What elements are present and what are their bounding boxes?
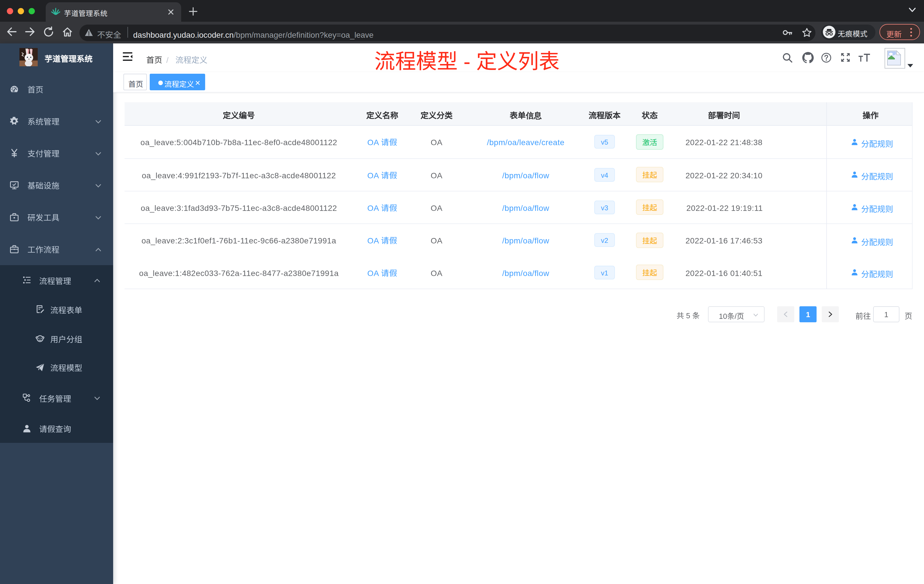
cell-definition-id: oa_leave:2:3c1f0ef1-76b1-11ec-9c66-a2380… (142, 234, 336, 246)
url-text[interactable]: dashboard.yudao.iocoder.cn/bpm/manager/d… (133, 28, 373, 40)
form-doc-icon (35, 305, 45, 314)
sidebar-item-task-management[interactable]: 任务管理 (0, 383, 113, 412)
sidebar-item-label: 流程模型 (50, 362, 82, 373)
new-tab-button[interactable] (188, 6, 198, 16)
col-header-definition-category: 定义分类 (421, 109, 452, 120)
security-label[interactable]: 不安全 (97, 28, 121, 40)
pagination-page-1[interactable]: 1 (799, 306, 817, 322)
window-minimize-button[interactable] (18, 8, 24, 14)
dashboard-icon (10, 84, 19, 93)
cell-form-link[interactable]: /bpm/oa/flow (502, 202, 549, 213)
sidebar-item-process-form[interactable]: 流程表单 (0, 294, 113, 324)
cell-definition-name-link[interactable]: OA 请假 (367, 234, 397, 246)
cell-deploy-time: 2022-01-16 17:46:53 (685, 234, 762, 246)
gear-icon (10, 116, 19, 125)
reload-icon[interactable] (43, 26, 54, 38)
sidebar-logo[interactable]: 芋道管理系统 (0, 43, 113, 72)
breadcrumb-separator: / (166, 53, 168, 65)
assign-rule-button[interactable]: 分配规则 (851, 137, 905, 147)
forward-icon[interactable] (25, 26, 35, 37)
sidebar-item-label: 流程管理 (39, 275, 71, 286)
sidebar-item-workflow[interactable]: 工作流程 (0, 233, 113, 265)
col-header-status: 状态 (642, 109, 658, 120)
assign-user-icon (851, 204, 858, 211)
assign-rule-button[interactable]: 分配规则 (851, 203, 905, 212)
chevron-up-icon (94, 277, 101, 284)
assign-rule-button[interactable]: 分配规则 (851, 170, 905, 180)
sidebar-item-system[interactable]: 系统管理 (0, 105, 113, 137)
sidebar-collapse-icon[interactable] (123, 52, 132, 61)
sidebar-item-process-model[interactable]: 流程模型 (0, 352, 113, 382)
person-icon (22, 424, 31, 433)
col-header-definition-id: 定义编号 (223, 109, 255, 120)
browser-toolbar: 不安全 dashboard.yudao.iocoder.cn/bpm/manag… (0, 22, 924, 43)
browser-update-button[interactable]: 更新 (879, 24, 920, 40)
cell-category: OA (431, 234, 442, 246)
search-icon[interactable] (782, 53, 792, 63)
sidebar-item-label: 支付管理 (27, 147, 59, 159)
cell-definition-name-link[interactable]: OA 请假 (367, 267, 397, 278)
sidebar-item-payment[interactable]: 支付管理 (0, 137, 113, 169)
github-icon[interactable] (802, 52, 814, 63)
sidebar-item-home[interactable]: 首页 (0, 73, 113, 105)
not-secure-warning-icon (84, 28, 93, 36)
pagination-prev-button[interactable] (777, 306, 794, 322)
assign-rule-button[interactable]: 分配规则 (851, 236, 905, 245)
help-question-icon[interactable] (821, 53, 832, 63)
browser-menu-kebab-icon[interactable] (910, 28, 912, 36)
sidebar-item-infrastructure[interactable]: 基础设施 (0, 169, 113, 201)
sidebar-item-process-management[interactable]: 流程管理 (0, 265, 113, 295)
sidebar: 芋道管理系统 首页 系统管理 支付管理 (0, 43, 113, 584)
cell-form-link[interactable]: /bpm/oa/flow (502, 169, 549, 181)
tag-close-icon[interactable] (194, 79, 202, 87)
tab-favicon-plant-icon (51, 6, 61, 16)
pagination-goto-input[interactable]: 1 (873, 306, 899, 322)
sidebar-item-leave-query[interactable]: 请假查询 (0, 413, 113, 443)
user-avatar-broken-image[interactable] (884, 48, 905, 69)
cell-definition-name-link[interactable]: OA 请假 (367, 202, 397, 213)
cell-deploy-time: 2022-01-22 19:19:11 (686, 202, 762, 213)
tags-view-bar: 首页 流程定义 (113, 72, 924, 92)
toolbox-icon (10, 212, 19, 221)
page-size-select[interactable]: 10条/页 (708, 306, 765, 322)
logo-rabbit-avatar (20, 48, 38, 66)
tab-search-chevron-icon[interactable] (909, 7, 916, 13)
tab-close-icon[interactable] (166, 7, 175, 16)
briefcase-icon (10, 244, 19, 253)
chevron-down-icon (95, 150, 102, 157)
sidebar-item-user-group[interactable]: 用户分组 (0, 323, 113, 353)
avatar-caret-down-icon[interactable] (908, 64, 913, 70)
browser-tab[interactable]: 芋道管理系统 (46, 2, 181, 22)
bookmark-star-icon[interactable] (802, 27, 812, 38)
fullscreen-icon[interactable] (840, 53, 850, 62)
cell-definition-name-link[interactable]: OA 请假 (367, 136, 397, 148)
cell-form-link[interactable]: /bpm/oa/flow (502, 267, 549, 278)
update-label[interactable]: 更新 (886, 28, 902, 39)
tag-home[interactable]: 首页 (124, 74, 147, 90)
status-badge: 挂起 (636, 200, 663, 215)
chevron-right-icon (827, 310, 833, 317)
back-icon[interactable] (6, 26, 17, 37)
cell-category: OA (431, 169, 442, 181)
yen-icon (10, 148, 19, 157)
kebab-dot (910, 35, 912, 36)
breadcrumb-home[interactable]: 首页 (146, 53, 162, 65)
tag-active-dot (158, 80, 163, 85)
cell-definition-id: oa_leave:3:1fad3d93-7b75-11ec-a3c8-acde4… (140, 202, 337, 213)
cell-form-link[interactable]: /bpm/oa/leave/create (487, 136, 564, 148)
sidebar-item-dev-tools[interactable]: 研发工具 (0, 201, 113, 233)
tag-process-definition[interactable]: 流程定义 (150, 74, 205, 90)
incognito-badge: 无痕模式 (821, 24, 875, 40)
assign-rule-button[interactable]: 分配规则 (851, 268, 905, 277)
home-icon[interactable] (62, 26, 73, 38)
cell-form-link[interactable]: /bpm/oa/flow (502, 234, 549, 246)
password-key-icon[interactable] (782, 28, 792, 37)
col-header-form-info: 表单信息 (510, 109, 542, 121)
broken-image-icon (887, 50, 901, 66)
cell-deploy-time: 2022-01-22 20:34:10 (685, 169, 762, 181)
cell-definition-name-link[interactable]: OA 请假 (367, 169, 397, 181)
pagination-next-button[interactable] (822, 306, 839, 322)
window-close-button[interactable] (7, 8, 13, 14)
window-zoom-button[interactable] (28, 8, 35, 14)
font-size-icon[interactable] (858, 54, 870, 62)
